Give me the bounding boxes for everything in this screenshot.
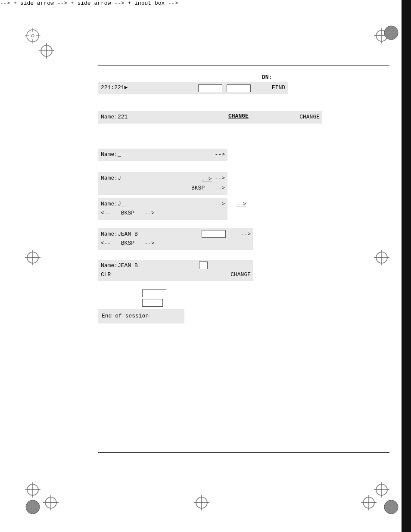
end-session-text: End of session [102, 313, 149, 319]
block1-inputs [198, 84, 251, 92]
hr-top [98, 65, 389, 66]
svg-point-1 [31, 34, 34, 37]
input-box-1[interactable] [198, 84, 222, 92]
input-box-8a[interactable] [142, 289, 166, 297]
reg-mark-br2 [361, 495, 377, 510]
find-label: FIND [272, 84, 285, 93]
block-end-session: End of session [98, 309, 184, 324]
block-name221: Name:221 CHANGE [98, 111, 322, 124]
reg-mark-bl [25, 482, 40, 498]
change-label-2: CHANGE [299, 113, 320, 122]
block1-arrow: ► [125, 84, 128, 91]
block-find: 221:221► FIND [98, 82, 288, 94]
arrow-3: --> [215, 150, 225, 159]
bksp-4: BKSP --> [191, 184, 225, 193]
block2-text: Name:221 [101, 114, 128, 120]
block-name-empty: Name:_ --> [98, 149, 227, 161]
small-box-7[interactable] [199, 261, 208, 269]
dn-label: DN: [262, 74, 272, 81]
input-box-2[interactable] [227, 84, 251, 92]
block3-text: Name:_ [101, 151, 121, 158]
reg-mark-mr [374, 250, 389, 265]
reg-circle-bl [25, 499, 40, 515]
reg-mark-tl [25, 28, 40, 44]
block-name-jeanb-2: Name:JEAN B CLR CHANGE [98, 260, 253, 281]
reg-mark-ml [25, 250, 40, 265]
side-arrow-5: --> [236, 201, 246, 207]
back-5: <-- BKSP --> [101, 210, 155, 216]
right-bar [402, 0, 411, 532]
block8-inputs [142, 289, 166, 307]
block6-text: Name:JEAN B [101, 231, 138, 237]
arrow-4: --> [215, 174, 225, 183]
arrow-5: --> [215, 200, 225, 209]
block7-small-input [199, 261, 208, 269]
change-7: CHANGE [230, 271, 251, 280]
clr-7: CLR [101, 271, 111, 278]
input-box-6[interactable] [202, 230, 226, 238]
reg-circle-br [383, 499, 399, 515]
input-box-8b[interactable] [142, 299, 163, 307]
change-link-right[interactable]: CHANGE [228, 113, 249, 119]
arrow-6: --> [241, 230, 251, 239]
block6-input [202, 230, 226, 238]
block1-text: 221:221 [101, 84, 125, 91]
block-name-j-cursor: Name:J_ --> <-- BKSP --> [98, 198, 227, 220]
block-name-jeanb-1: Name:JEAN B --> <-- BKSP --> [98, 228, 253, 250]
reg-mark-bc [194, 495, 209, 510]
hr-bottom [98, 452, 389, 453]
back-6: <-- BKSP --> [101, 240, 155, 246]
reg-mark-bl2 [43, 495, 59, 510]
reg-circle-tr [383, 25, 399, 40]
block4-text: Name:J [101, 175, 121, 181]
side-arrow-4: --> [202, 176, 212, 182]
reg-mark-tl2 [39, 43, 54, 59]
block7-text: Name:JEAN B [101, 262, 138, 269]
block5-text: Name:J_ [101, 201, 125, 207]
